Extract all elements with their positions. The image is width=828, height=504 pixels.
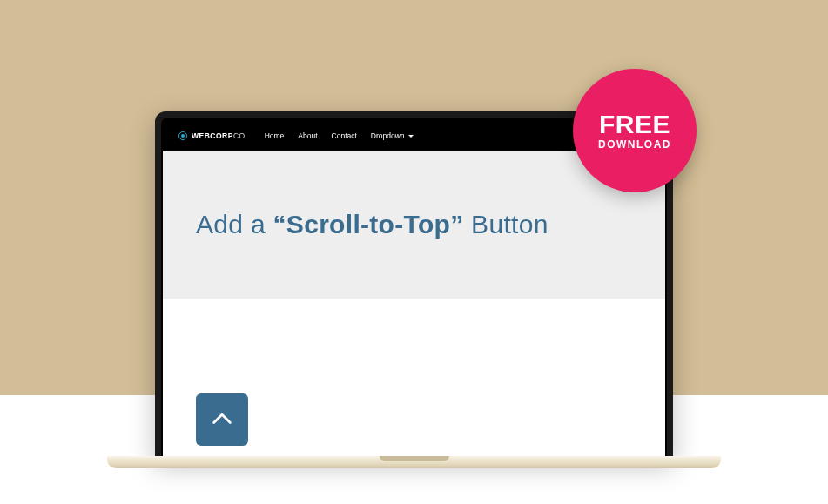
brand-text: WEBCORPCO bbox=[192, 131, 246, 140]
brand-strong: WEBCORP bbox=[192, 131, 233, 140]
brand[interactable]: WEBCORPCO bbox=[178, 131, 246, 140]
nav-about[interactable]: About bbox=[298, 131, 317, 140]
page-body bbox=[163, 299, 665, 460]
brand-logo-icon bbox=[178, 131, 187, 140]
nav-contact[interactable]: Contact bbox=[332, 131, 357, 140]
hero-title: Add a “Scroll-to-Top” Button bbox=[196, 210, 549, 239]
badge-line2: DOWNLOAD bbox=[598, 139, 671, 151]
scroll-to-top-button[interactable] bbox=[196, 393, 248, 446]
hero-post: Button bbox=[463, 210, 548, 239]
nav-home[interactable]: Home bbox=[265, 131, 285, 140]
laptop-notch bbox=[380, 456, 449, 461]
hero-quoted: “Scroll-to-Top” bbox=[273, 210, 464, 239]
hero-pre: Add a bbox=[196, 210, 273, 239]
nav-dropdown[interactable]: Dropdown bbox=[371, 131, 414, 140]
free-download-badge[interactable]: FREE DOWNLOAD bbox=[573, 69, 697, 192]
promo-stage: WEBCORPCO Home About Contact Dropdown Ad… bbox=[0, 0, 828, 504]
badge-line1: FREE bbox=[599, 111, 670, 138]
brand-light: CO bbox=[233, 131, 246, 140]
chevron-up-icon bbox=[210, 407, 234, 432]
